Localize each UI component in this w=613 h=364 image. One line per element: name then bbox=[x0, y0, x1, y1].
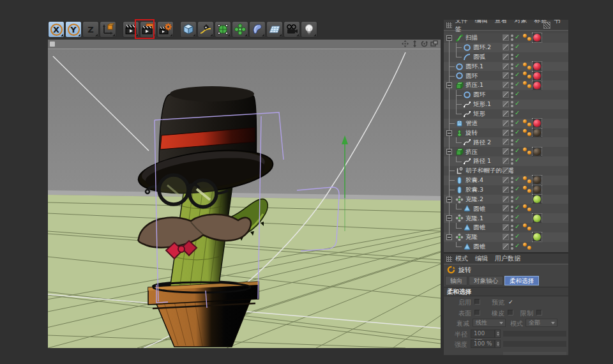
visibility-dots[interactable] bbox=[511, 149, 513, 155]
enabled-check-icon[interactable]: ✓ bbox=[515, 185, 520, 192]
om-menu-item-3[interactable]: 对象 bbox=[515, 20, 527, 24]
object-label[interactable]: 圆锥 bbox=[473, 205, 485, 213]
floor-environment-button[interactable] bbox=[266, 21, 283, 38]
visibility-dots[interactable] bbox=[511, 167, 513, 174]
enabled-check-icon[interactable]: ✓ bbox=[515, 195, 520, 202]
om-menu-item-2[interactable]: 查看 bbox=[495, 20, 508, 24]
object-label[interactable]: 圆环 bbox=[473, 91, 485, 99]
object-label[interactable]: 圆环 bbox=[465, 72, 478, 80]
object-row-扫描[interactable]: 扫描✓ bbox=[444, 33, 568, 43]
object-row-路径 1[interactable]: 路径 1✓ bbox=[444, 156, 568, 166]
layer-toggle[interactable] bbox=[503, 177, 509, 183]
strength-slider[interactable] bbox=[503, 341, 566, 347]
soft-selection-section-header[interactable]: 柔和选择 bbox=[444, 287, 568, 296]
object-label[interactable]: 管道 bbox=[465, 119, 478, 128]
axis-x-toggle[interactable]: X bbox=[48, 21, 64, 38]
material-tag[interactable] bbox=[532, 71, 542, 81]
expander-icon[interactable] bbox=[446, 197, 452, 202]
visibility-dots[interactable] bbox=[511, 243, 513, 250]
object-row-圆锥[interactable]: 圆锥✓ bbox=[444, 223, 568, 232]
object-label[interactable]: 挤压.1 bbox=[465, 81, 483, 89]
viewport-canvas[interactable] bbox=[48, 40, 441, 348]
layer-toggle[interactable] bbox=[503, 215, 509, 221]
phong-tag-icons[interactable] bbox=[523, 176, 532, 185]
enabled-check-icon[interactable]: ✓ bbox=[515, 71, 520, 78]
object-row-圆弧[interactable]: 圆弧✓ bbox=[444, 52, 568, 62]
visibility-dots[interactable] bbox=[511, 110, 513, 117]
expander-icon[interactable] bbox=[446, 234, 452, 240]
layer-toggle[interactable] bbox=[503, 91, 509, 98]
layer-toggle[interactable] bbox=[503, 101, 509, 107]
tab-对象轴心[interactable]: 对象轴心 bbox=[469, 276, 503, 285]
object-row-胶囊.3[interactable]: 胶囊.3✓ bbox=[444, 185, 568, 195]
radius-slider[interactable] bbox=[503, 331, 566, 337]
pan-view-icon[interactable] bbox=[402, 40, 409, 47]
enabled-check-icon[interactable]: ✓ bbox=[515, 80, 520, 87]
object-row-克隆.1[interactable]: 克隆.1✓ bbox=[444, 213, 568, 223]
object-label[interactable]: 克隆 bbox=[465, 233, 478, 241]
object-row-克隆[interactable]: 克隆✓ bbox=[444, 232, 568, 242]
object-label[interactable]: 克隆.2 bbox=[465, 195, 483, 204]
enabled-check-icon[interactable]: ✓ bbox=[515, 90, 520, 97]
enabled-check-icon[interactable]: ✓ bbox=[515, 204, 520, 211]
layer-toggle[interactable] bbox=[503, 82, 509, 88]
object-row-管道[interactable]: 管道✓ bbox=[444, 119, 568, 128]
object-row-旋转[interactable]: 旋转✓ bbox=[444, 128, 568, 138]
enabled-check-icon[interactable]: ✓ bbox=[515, 52, 520, 59]
render-to-picture-viewer-button[interactable] bbox=[140, 21, 156, 38]
material-tag[interactable] bbox=[532, 175, 542, 185]
add-cube-primitive-button[interactable] bbox=[180, 21, 197, 38]
layer-toggle[interactable] bbox=[503, 72, 509, 79]
enabled-check-icon[interactable]: ✓ bbox=[515, 119, 520, 126]
strength-value-field[interactable]: 100 % bbox=[471, 340, 495, 348]
object-label[interactable]: 圆弧 bbox=[473, 53, 485, 61]
restrict-checkbox[interactable] bbox=[536, 310, 542, 315]
layer-toggle[interactable] bbox=[503, 243, 509, 250]
phong-tag-icons[interactable] bbox=[523, 147, 532, 156]
object-row-路径 2[interactable]: 路径 2✓ bbox=[444, 137, 568, 147]
am-menu-item-0[interactable]: 模式 bbox=[455, 255, 468, 262]
object-row-挤压.1[interactable]: 挤压.1✓ bbox=[444, 80, 568, 90]
layer-toggle[interactable] bbox=[503, 44, 509, 50]
object-label[interactable]: 胶囊.3 bbox=[465, 186, 483, 194]
am-menu-item-1[interactable]: 编辑 bbox=[475, 255, 488, 262]
expander-icon[interactable] bbox=[446, 215, 452, 221]
visibility-dots[interactable] bbox=[511, 158, 513, 165]
render-view-button[interactable] bbox=[123, 21, 139, 38]
object-label[interactable]: 路径 2 bbox=[473, 139, 491, 147]
enable-checkbox[interactable] bbox=[474, 299, 480, 305]
phong-tag-icons[interactable] bbox=[523, 185, 532, 194]
deformers-button[interactable] bbox=[249, 21, 266, 38]
object-row-圆锥[interactable]: 圆锥✓ bbox=[444, 204, 568, 213]
visibility-dots[interactable] bbox=[511, 186, 513, 193]
axis-z-toggle[interactable]: Z bbox=[82, 21, 99, 38]
zoom-view-icon[interactable] bbox=[411, 40, 418, 47]
layer-toggle[interactable] bbox=[503, 234, 509, 240]
object-row-矩形.1[interactable]: 矩形.1✓ bbox=[444, 100, 568, 109]
generators-button[interactable] bbox=[232, 21, 248, 38]
layer-toggle[interactable] bbox=[503, 130, 509, 136]
surface-checkbox[interactable] bbox=[474, 310, 480, 315]
visibility-dots[interactable] bbox=[511, 92, 513, 98]
layer-toggle[interactable] bbox=[503, 34, 509, 41]
render-settings-button[interactable] bbox=[157, 21, 174, 38]
object-label[interactable]: 路径 1 bbox=[473, 157, 491, 165]
layer-toggle[interactable] bbox=[503, 139, 509, 145]
object-row-胶囊.4[interactable]: 胶囊.4✓ bbox=[444, 176, 568, 185]
tab-轴向[interactable]: 轴向 bbox=[445, 276, 467, 285]
visibility-dots[interactable] bbox=[511, 225, 513, 231]
enabled-check-icon[interactable]: ✓ bbox=[515, 176, 520, 183]
falloff-dropdown[interactable]: 线性 bbox=[473, 319, 506, 327]
visibility-dots[interactable] bbox=[511, 139, 513, 146]
phong-tag-icons[interactable] bbox=[523, 71, 532, 80]
light-button[interactable] bbox=[301, 21, 317, 38]
visibility-dots[interactable] bbox=[511, 206, 513, 212]
enabled-check-icon[interactable]: ✓ bbox=[515, 100, 520, 107]
object-label[interactable]: 圆环.1 bbox=[465, 63, 483, 71]
visibility-dots[interactable] bbox=[511, 82, 513, 89]
phong-tag-icons[interactable] bbox=[523, 223, 532, 232]
visibility-dots[interactable] bbox=[511, 120, 513, 126]
phong-tag-icons[interactable] bbox=[523, 119, 532, 128]
material-tag[interactable] bbox=[532, 147, 542, 157]
layer-toggle[interactable] bbox=[503, 63, 509, 70]
